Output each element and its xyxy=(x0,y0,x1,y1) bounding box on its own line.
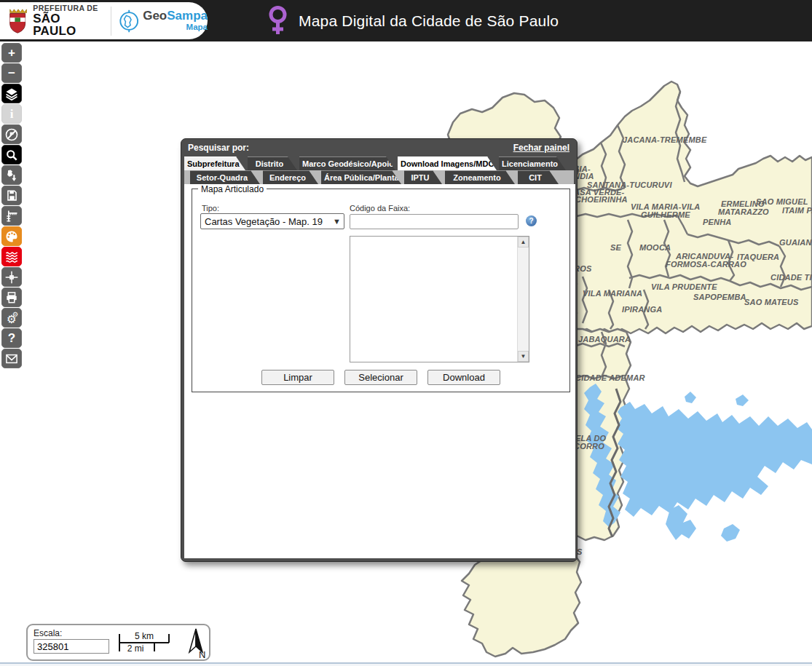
svg-text:S: S xyxy=(577,547,583,556)
page-title: Mapa Digital da Cidade de São Paulo xyxy=(299,12,559,30)
download-button[interactable]: Download xyxy=(427,370,500,385)
north-arrow: N xyxy=(184,627,208,660)
tab-cit[interactable]: CIT xyxy=(518,170,559,184)
map-download-icon xyxy=(4,168,19,183)
search-panel-body: Mapa Articulado Tipo: Cartas Vegetação -… xyxy=(184,184,575,558)
svg-text:CHOEIRINHA: CHOEIRINHA xyxy=(575,195,628,204)
scale-bar: 5 km 2 mi xyxy=(109,627,179,659)
svg-text:VILA MARIANA: VILA MARIANA xyxy=(583,289,642,298)
zoom-out-button[interactable]: − xyxy=(1,63,22,83)
save-button[interactable] xyxy=(1,186,22,205)
plus-icon: + xyxy=(8,47,15,59)
scale-mi-label: 2 mi xyxy=(127,643,144,654)
female-symbol-icon xyxy=(268,5,288,37)
mapa-articulado-fieldset: Mapa Articulado Tipo: Cartas Vegetação -… xyxy=(192,189,570,392)
geosampa-sampa: Sampa xyxy=(167,9,208,23)
tab-distrito[interactable]: Distrito xyxy=(248,156,297,170)
svg-text:IPIRANGA: IPIRANGA xyxy=(622,305,662,314)
coordinates-button[interactable] xyxy=(1,267,22,287)
tab-area-publica-planta[interactable]: Área Pública/Planta xyxy=(321,170,401,184)
scroll-down-icon[interactable]: ▼ xyxy=(518,351,529,362)
geosampa-geo: Geo xyxy=(143,9,167,23)
limpar-button[interactable]: Limpar xyxy=(261,370,334,385)
thematic-map-button[interactable] xyxy=(1,247,22,266)
logo-divider xyxy=(111,7,111,36)
tab-zoneamento[interactable]: Zoneamento xyxy=(445,170,515,184)
svg-text:PENHA: PENHA xyxy=(703,218,732,226)
close-panel-link[interactable]: Fechar painel xyxy=(513,143,569,153)
search-panel: Pesquisar por: Fechar painel Subprefeitu… xyxy=(181,138,578,562)
tab-licenciamento[interactable]: Licenciamento xyxy=(499,156,566,170)
geosampa-logo-text: GeoSampa Mapa xyxy=(143,9,208,32)
print-button[interactable] xyxy=(1,288,22,307)
search-button[interactable] xyxy=(1,145,22,164)
measure-icon xyxy=(4,209,19,223)
no-pan-icon xyxy=(4,127,19,142)
svg-text:SAPOPEMBA: SAPOPEMBA xyxy=(693,293,746,301)
svg-text:JABAQUARA: JABAQUARA xyxy=(578,335,631,344)
app-header: PREFEITURA DE SÃO PAULO GeoSampa Mapa xyxy=(0,0,812,41)
chevron-down-icon: ▼ xyxy=(333,217,341,226)
tab-download-imagens-mdc[interactable]: Download Imagens/MDC xyxy=(398,156,497,170)
bottom-attribution-bar xyxy=(0,662,812,666)
zoom-in-button[interactable]: + xyxy=(1,43,22,63)
svg-text:SE: SE xyxy=(610,243,622,252)
svg-text:VILA PRUDENTE: VILA PRUDENTE xyxy=(651,282,717,291)
layers-icon xyxy=(4,87,19,101)
tab-endereco[interactable]: Endereço xyxy=(263,170,318,184)
svg-text:SAO MATEUS: SAO MATEUS xyxy=(744,298,799,306)
scale-panel: Escala: 5 km 2 mi N xyxy=(26,624,210,661)
tab-marco-geodesico[interactable]: Marco Geodésico/Apoio xyxy=(299,156,395,170)
measure-button[interactable] xyxy=(1,206,22,226)
pan-disable-button[interactable] xyxy=(1,124,22,144)
svg-text:CIDADE TIR: CIDADE TIR xyxy=(770,273,812,282)
codigo-faixa-input[interactable] xyxy=(350,214,519,229)
tab-row-1: Subprefeitura Distrito Marco Geodésico/A… xyxy=(181,156,577,170)
logo-area[interactable]: PREFEITURA DE SÃO PAULO GeoSampa Mapa xyxy=(0,2,208,39)
map-download-button[interactable] xyxy=(1,165,22,185)
svg-text:CIDADE ADEMAR: CIDADE ADEMAR xyxy=(575,373,645,382)
map-toolbar: + − i xyxy=(1,43,22,369)
geosampa-mapa: Mapa xyxy=(143,23,208,32)
svg-text:MOOCA: MOOCA xyxy=(639,243,671,252)
scale-km-label: 5 km xyxy=(135,631,154,641)
gears-icon: ⚙ ⚙ xyxy=(4,310,20,326)
scroll-up-icon[interactable]: ▲ xyxy=(518,237,529,247)
svg-text:GUAIANA: GUAIANA xyxy=(779,238,812,247)
svg-text:ITAQUERA: ITAQUERA xyxy=(737,253,779,261)
printer-icon xyxy=(4,290,19,305)
contact-button[interactable] xyxy=(1,349,22,368)
layers-button[interactable] xyxy=(1,84,22,103)
mail-icon xyxy=(4,352,19,366)
search-panel-title: Pesquisar por: xyxy=(188,143,249,153)
svg-text:⚙: ⚙ xyxy=(12,310,18,318)
svg-text:FORMOSA-CARRAO: FORMOSA-CARRAO xyxy=(666,260,746,269)
info-icon: i xyxy=(10,108,14,120)
svg-text:GUILHERME: GUILHERME xyxy=(641,210,690,219)
listbox-scrollbar[interactable]: ▲ ▼ xyxy=(517,237,529,362)
faixa-listbox[interactable]: ▲ ▼ xyxy=(350,236,529,362)
svg-text:SAO MIGUEL: SAO MIGUEL xyxy=(756,197,808,206)
question-icon: ? xyxy=(8,332,15,344)
help-icon[interactable]: ? xyxy=(526,215,537,226)
scale-input[interactable] xyxy=(33,639,109,654)
tipo-select[interactable]: Cartas Vegetação - Map. 19 ▼ xyxy=(200,213,344,229)
prefeitura-line2: SÃO PAULO xyxy=(33,12,103,37)
style-palette-button[interactable] xyxy=(1,226,22,246)
info-button[interactable]: i xyxy=(1,104,22,124)
svg-text:MATARAZZO: MATARAZZO xyxy=(718,207,769,216)
minus-icon: − xyxy=(8,67,15,79)
tab-subprefeitura[interactable]: Subprefeitura xyxy=(184,156,245,170)
geosampa-globe-icon xyxy=(118,9,140,33)
tab-row-2: Setor-Quadra Endereço Área Pública/Plant… xyxy=(181,170,577,184)
tipo-label: Tipo: xyxy=(202,204,219,213)
svg-text:ITAIM PA: ITAIM PA xyxy=(782,206,812,215)
tab-setor-quadra[interactable]: Setor-Quadra xyxy=(190,170,260,184)
thematic-lines-icon xyxy=(4,250,19,264)
app-root: JACANA-TREMEMBE SIA- NDIA SANTANA-TUCURU… xyxy=(0,0,812,666)
settings-button[interactable]: ⚙ ⚙ xyxy=(1,308,22,328)
tab-iptu[interactable]: IPTU xyxy=(404,170,442,184)
selecionar-button[interactable]: Selecionar xyxy=(344,370,417,385)
help-button[interactable]: ? xyxy=(1,328,22,348)
svg-text:JACANA-TREMEMBE: JACANA-TREMEMBE xyxy=(623,135,707,144)
